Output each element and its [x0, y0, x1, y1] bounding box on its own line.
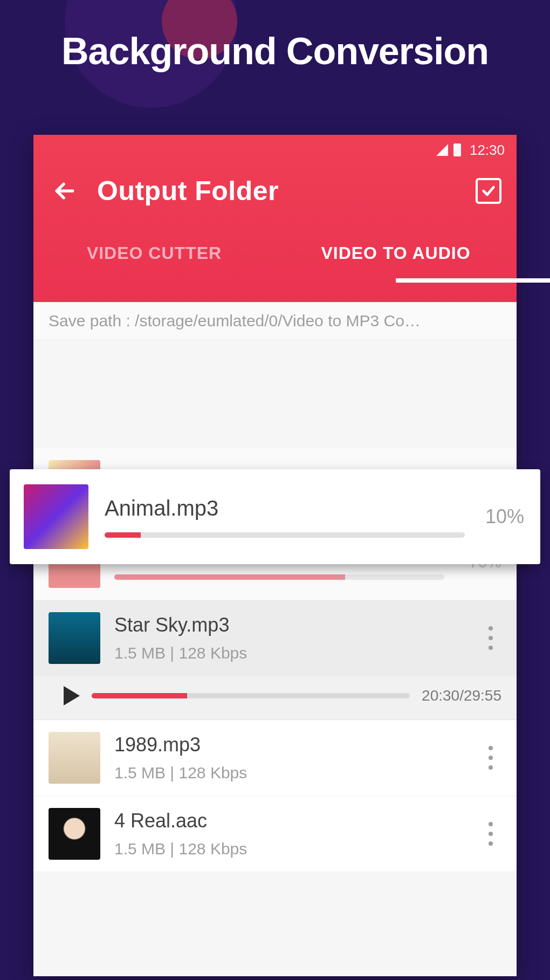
status-bar: 12:30: [33, 135, 517, 159]
phone-frame: 12:30 Output Folder VIDEO CUTTER VIDEO T…: [33, 135, 517, 976]
audio-player: 20:30/29:55: [33, 676, 517, 720]
back-button[interactable]: [49, 175, 81, 207]
file-meta: 1.5 MB | 128 Kbps: [114, 764, 466, 782]
battery-icon: [453, 143, 461, 156]
check-icon: [481, 183, 496, 198]
spacer: [33, 340, 517, 448]
more-options-button[interactable]: [480, 819, 501, 849]
file-name: 1989.mp3: [114, 734, 466, 756]
active-conversion-card[interactable]: Animal.mp3 10%: [10, 469, 540, 564]
album-art: [49, 612, 100, 664]
toolbar: Output Folder: [33, 159, 517, 223]
tab-bar: VIDEO CUTTER VIDEO TO AUDIO: [33, 223, 517, 283]
seek-bar[interactable]: [92, 693, 410, 698]
signal-icon: [436, 144, 448, 156]
tab-indicator: [396, 278, 550, 283]
progress-bar: [105, 532, 465, 538]
file-meta: 1.5 MB | 128 Kbps: [114, 840, 466, 858]
progress-bar: [114, 574, 444, 580]
file-name: 4 Real.aac: [114, 810, 466, 832]
arrow-left-icon: [53, 179, 77, 203]
file-row-playing[interactable]: Star Sky.mp3 1.5 MB | 128 Kbps: [33, 600, 517, 676]
file-row[interactable]: 4 Real.aac 1.5 MB | 128 Kbps: [33, 796, 517, 872]
more-options-button[interactable]: [480, 743, 501, 773]
output-list: Save path : /storage/eumlated/0/Video to…: [33, 302, 517, 976]
page-title: Output Folder: [97, 175, 279, 207]
select-all-button[interactable]: [476, 178, 501, 204]
file-meta: 1.5 MB | 128 Kbps: [114, 644, 466, 662]
tab-video-cutter[interactable]: VIDEO CUTTER: [33, 223, 275, 283]
album-art: [49, 808, 100, 860]
progress-percent: 10%: [481, 505, 524, 528]
file-row[interactable]: 1989.mp3 1.5 MB | 128 Kbps: [33, 720, 517, 796]
tab-label: VIDEO CUTTER: [87, 243, 222, 263]
app-header: 12:30 Output Folder VIDEO CUTTER VIDEO T…: [33, 135, 517, 302]
tab-label: VIDEO TO AUDIO: [321, 243, 470, 263]
save-path-label: Save path : /storage/eumlated/0/Video to…: [33, 302, 517, 340]
file-name: Animal.mp3: [105, 496, 465, 520]
album-art: [24, 484, 88, 549]
promo-title: Background Conversion: [0, 30, 550, 73]
file-name: Star Sky.mp3: [114, 614, 466, 636]
tab-video-to-audio[interactable]: VIDEO TO AUDIO: [275, 223, 517, 283]
album-art: [49, 732, 100, 784]
status-clock: 12:30: [470, 142, 505, 159]
playback-time: 20:30/29:55: [422, 687, 501, 704]
more-options-button[interactable]: [480, 623, 501, 653]
play-button[interactable]: [64, 686, 80, 705]
